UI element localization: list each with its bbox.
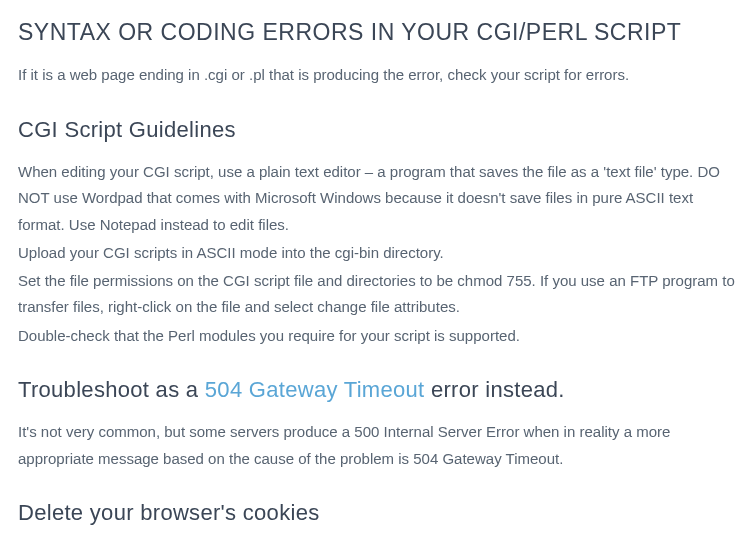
intro-text: If it is a web page ending in .cgi or .p…	[18, 62, 735, 88]
heading-pre: Troubleshoot as a	[18, 377, 205, 402]
cgi-p2: Upload your CGI scripts in ASCII mode in…	[18, 240, 735, 266]
cgi-p4: Double-check that the Perl modules you r…	[18, 323, 735, 349]
gateway-timeout-link[interactable]: 504 Gateway Timeout	[205, 377, 425, 402]
section-heading-cookies: Delete your browser's cookies	[18, 494, 735, 533]
page-heading: SYNTAX OR CODING ERRORS IN YOUR CGI/PERL…	[18, 12, 735, 52]
troubleshoot-p1: It's not very common, but some servers p…	[18, 419, 735, 472]
section-heading-troubleshoot: Troubleshoot as a 504 Gateway Timeout er…	[18, 371, 735, 410]
section-heading-cgi: CGI Script Guidelines	[18, 111, 735, 150]
cgi-p1: When editing your CGI script, use a plai…	[18, 159, 735, 238]
cgi-p3: Set the file permissions on the CGI scri…	[18, 268, 735, 321]
heading-post: error instead.	[425, 377, 565, 402]
